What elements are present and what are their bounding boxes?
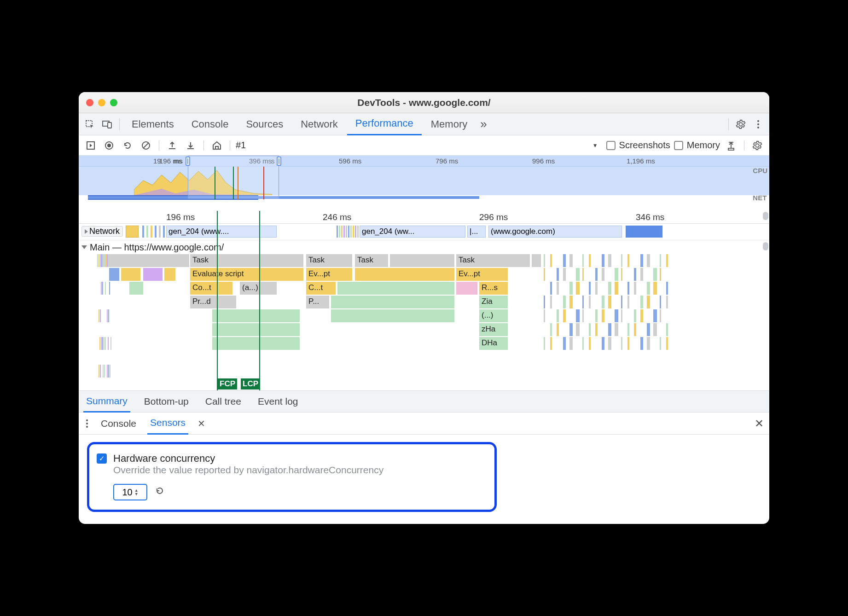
close-drawer-icon[interactable]: ✕ [755, 417, 764, 430]
flame-segment[interactable] [331, 296, 454, 308]
scroll-thumb[interactable] [763, 212, 768, 220]
tab-bottom-up[interactable]: Bottom-up [141, 390, 192, 413]
flame-segment[interactable]: Ev...pt [306, 268, 352, 281]
flame-segment[interactable] [532, 254, 541, 267]
flame-segment[interactable] [102, 254, 189, 267]
flame-segment[interactable] [109, 268, 119, 281]
fcp-marker[interactable]: FCP [218, 378, 237, 389]
kebab-menu-icon[interactable] [750, 116, 767, 133]
minimize-window-button[interactable] [98, 99, 105, 106]
timeline-ruler: 196 ms246 ms296 ms346 ms [79, 211, 769, 224]
flame-segment[interactable]: Task [355, 254, 388, 267]
checkbox-icon [606, 141, 616, 150]
tab-elements[interactable]: Elements [123, 113, 182, 135]
screenshots-checkbox[interactable]: Screenshots [606, 140, 670, 151]
flame-segment[interactable]: P... [306, 296, 329, 308]
flame-segment[interactable]: Task [456, 254, 530, 267]
tab-performance[interactable]: Performance [347, 113, 422, 135]
tab-network[interactable]: Network [292, 113, 346, 135]
net-request[interactable] [126, 226, 139, 238]
flame-segment[interactable]: zHa [479, 323, 508, 336]
checkbox-icon [674, 141, 683, 150]
close-tab-icon[interactable]: ✕ [197, 418, 205, 429]
tabs-overflow-icon[interactable]: » [476, 113, 490, 135]
flame-segment[interactable] [212, 323, 300, 336]
flame-segment[interactable] [355, 268, 454, 281]
inspect-element-icon[interactable] [81, 116, 98, 133]
dropdown-arrow-icon: ▼ [592, 142, 598, 149]
net-request[interactable]: gen_204 (www.... [166, 226, 277, 238]
drawer-menu-icon[interactable] [84, 419, 90, 428]
reset-icon[interactable] [155, 486, 165, 499]
drawer-tab-sensors[interactable]: Sensors [147, 413, 188, 435]
reload-record-button[interactable] [120, 138, 135, 153]
flame-segment[interactable] [121, 268, 140, 281]
net-request[interactable] [626, 226, 662, 238]
flame-segment[interactable] [390, 254, 454, 267]
flame-segment[interactable]: (...) [479, 309, 508, 322]
hardware-concurrency-input[interactable]: 10 ▲▼ [113, 484, 147, 500]
tab-event-log[interactable]: Event log [255, 390, 301, 413]
flame-segment[interactable]: Zia [479, 296, 508, 308]
flame-segment[interactable]: DHa [479, 337, 508, 350]
tab-summary[interactable]: Summary [83, 390, 130, 413]
overview-handle-right[interactable] [277, 157, 281, 166]
flame-segment[interactable]: R...s [479, 282, 508, 295]
download-button[interactable] [183, 138, 198, 153]
overview-marker [233, 167, 234, 199]
tab-console[interactable]: Console [183, 113, 237, 135]
toggle-timeline-icon[interactable] [83, 138, 98, 153]
flame-segment[interactable] [212, 309, 300, 322]
sensors-panel: ✓ Hardware concurrency Override the valu… [79, 435, 769, 524]
garbage-collect-icon[interactable] [724, 138, 738, 153]
flame-area[interactable]: TaskTaskTaskTaskEvaluate scriptEv...ptEv… [79, 254, 769, 390]
maximize-window-button[interactable] [110, 99, 117, 106]
flame-segment[interactable] [164, 268, 175, 281]
flame-segment[interactable]: Pr...d [190, 296, 236, 308]
hardware-concurrency-checkbox[interactable]: ✓ [97, 453, 107, 464]
flame-segment[interactable]: Ev...pt [456, 268, 508, 281]
record-button[interactable] [102, 138, 116, 153]
stepper-icon[interactable]: ▲▼ [134, 488, 139, 496]
flame-segment[interactable]: Co...t [190, 282, 232, 295]
network-track-label[interactable]: Network [81, 226, 123, 237]
tab-call-tree[interactable]: Call tree [203, 390, 244, 413]
flame-segment[interactable] [337, 282, 454, 295]
flame-segment[interactable]: Evaluate script [190, 268, 303, 281]
overview-strip[interactable]: 196 ms396 ms596 ms796 ms996 ms1,196 ms19… [79, 156, 769, 211]
perf-settings-icon[interactable] [750, 138, 765, 153]
upload-button[interactable] [165, 138, 180, 153]
memory-label: Memory [687, 140, 720, 151]
net-request[interactable]: gen_204 (ww... [360, 226, 465, 238]
timeline-tick: 346 ms [636, 212, 664, 222]
toggle-device-icon[interactable] [99, 116, 116, 133]
flame-segment[interactable] [212, 337, 300, 350]
net-request[interactable]: (www.google.com) [488, 226, 622, 238]
tab-sources[interactable]: Sources [238, 113, 291, 135]
flame-segment[interactable] [456, 282, 477, 295]
settings-gear-icon[interactable] [732, 116, 749, 133]
flame-segment[interactable] [331, 309, 454, 322]
flame-segment[interactable] [129, 282, 143, 295]
flame-segment[interactable]: C...t [306, 282, 336, 295]
clear-button[interactable] [139, 138, 153, 153]
flame-segment[interactable]: (a...) [240, 282, 277, 295]
net-request[interactable]: |... [467, 226, 486, 238]
lcp-marker[interactable]: LCP [241, 378, 260, 389]
flamechart[interactable]: 196 ms246 ms296 ms346 ms Network gen_204… [79, 211, 769, 390]
main-track-label[interactable]: Main — https://www.google.com/ [79, 240, 769, 254]
flame-segment[interactable] [143, 268, 163, 281]
overview-tick: 596 ms [339, 157, 361, 165]
title-bar: DevTools - www.google.com/ [79, 92, 769, 113]
home-button[interactable] [209, 138, 224, 153]
scroll-thumb[interactable] [763, 242, 768, 250]
close-window-button[interactable] [86, 99, 93, 106]
recording-selector[interactable]: #1 ▼ [236, 140, 603, 151]
flame-segment[interactable]: Task [190, 254, 303, 267]
overview-handle-left[interactable] [186, 157, 190, 166]
flame-segment[interactable]: Task [306, 254, 352, 267]
drawer-tab-console[interactable]: Console [98, 413, 139, 435]
tab-memory[interactable]: Memory [423, 113, 476, 135]
network-track[interactable]: Network gen_204 (www....gen_204 (ww...|.… [79, 224, 769, 240]
memory-checkbox[interactable]: Memory [674, 140, 720, 151]
